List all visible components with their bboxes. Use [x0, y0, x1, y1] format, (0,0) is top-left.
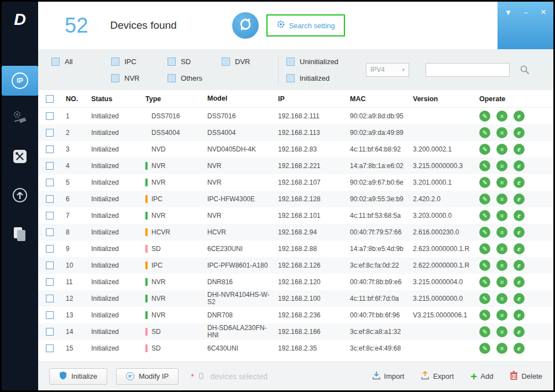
edit-icon[interactable]: ✎: [479, 127, 490, 138]
edit-icon[interactable]: ✎: [479, 194, 490, 205]
row-checkbox[interactable]: [46, 112, 54, 120]
edit-icon[interactable]: ✎: [479, 160, 490, 171]
row-checkbox[interactable]: [46, 262, 54, 269]
filter-ipc[interactable]: IPC: [111, 53, 167, 70]
edit-icon[interactable]: ✎: [479, 310, 490, 321]
edit-icon[interactable]: ✎: [479, 293, 490, 304]
row-checkbox[interactable]: [46, 328, 54, 336]
details-icon[interactable]: ≡: [496, 227, 507, 238]
details-icon[interactable]: ≡: [496, 111, 507, 122]
edit-icon[interactable]: ✎: [479, 243, 490, 254]
sidebar-item-device-search[interactable]: IP: [2, 66, 38, 96]
edit-icon[interactable]: ✎: [479, 343, 490, 354]
edit-icon[interactable]: ✎: [479, 144, 490, 155]
web-login-icon[interactable]: e: [514, 243, 525, 254]
delete-button[interactable]: Delete: [510, 371, 542, 381]
row-checkbox[interactable]: [46, 278, 54, 286]
details-icon[interactable]: ≡: [496, 243, 507, 254]
web-login-icon[interactable]: e: [514, 343, 525, 354]
checkbox-nvr[interactable]: [111, 74, 119, 82]
checkbox-sd[interactable]: [167, 58, 176, 66]
menu-dropdown-icon[interactable]: ▼: [505, 8, 512, 49]
row-checkbox[interactable]: [46, 228, 54, 236]
details-icon[interactable]: ≡: [496, 210, 507, 221]
refresh-button[interactable]: [232, 12, 259, 39]
row-checkbox[interactable]: [46, 129, 54, 137]
sidebar-item-upgrade[interactable]: [2, 183, 38, 210]
row-checkbox[interactable]: [46, 212, 54, 219]
row-checkbox[interactable]: [46, 245, 54, 253]
ip-version-select[interactable]: IPV4 ▾: [366, 63, 409, 77]
row-checkbox[interactable]: [46, 162, 54, 170]
add-button[interactable]: + Add: [470, 372, 493, 381]
web-login-icon[interactable]: e: [514, 310, 525, 321]
filter-nvr[interactable]: NVR: [111, 70, 167, 86]
export-button[interactable]: Export: [421, 371, 454, 381]
details-icon[interactable]: ≡: [496, 260, 507, 271]
filter-initialized[interactable]: Initialized: [286, 70, 357, 86]
row-checkbox[interactable]: [46, 145, 54, 153]
filter-all[interactable]: All: [51, 53, 111, 70]
edit-icon[interactable]: ✎: [479, 276, 490, 288]
web-login-icon[interactable]: e: [514, 144, 525, 155]
filter-others[interactable]: Others: [167, 70, 222, 86]
edit-icon[interactable]: ✎: [479, 177, 490, 188]
modify-ip-button[interactable]: IP Modify IP: [116, 368, 179, 385]
filter-dvr[interactable]: DVR: [222, 53, 270, 70]
search-input[interactable]: [426, 63, 510, 77]
import-button[interactable]: Import: [372, 371, 405, 381]
details-icon[interactable]: ≡: [496, 343, 507, 354]
details-icon[interactable]: ≡: [496, 177, 507, 188]
checkbox-all[interactable]: [51, 58, 60, 66]
checkbox-dvr[interactable]: [222, 58, 230, 66]
web-login-icon[interactable]: e: [514, 160, 525, 171]
checkbox-others[interactable]: [167, 74, 176, 82]
row-checkbox[interactable]: [46, 195, 54, 203]
web-login-icon[interactable]: e: [514, 210, 525, 221]
edit-icon[interactable]: ✎: [479, 227, 490, 238]
checkbox-initialized[interactable]: [286, 74, 295, 82]
details-icon[interactable]: ≡: [496, 310, 507, 321]
select-all-checkbox[interactable]: [46, 95, 54, 103]
web-login-icon[interactable]: e: [514, 111, 525, 122]
details-icon[interactable]: ≡: [496, 293, 507, 304]
row-version: 3.201.0000.1: [413, 179, 479, 186]
row-checkbox[interactable]: [46, 295, 54, 302]
web-login-icon[interactable]: e: [514, 293, 525, 304]
edit-icon[interactable]: ✎: [479, 260, 490, 271]
edit-icon[interactable]: ✎: [479, 111, 490, 122]
row-checkbox[interactable]: [46, 311, 54, 319]
search-icon[interactable]: [520, 65, 530, 75]
details-icon[interactable]: ≡: [496, 144, 507, 155]
sidebar-item-device-config[interactable]: [2, 106, 38, 132]
details-icon[interactable]: ≡: [496, 194, 507, 205]
web-login-icon[interactable]: e: [514, 260, 525, 271]
web-login-icon[interactable]: e: [514, 127, 525, 138]
details-icon[interactable]: ≡: [496, 127, 507, 138]
minimize-button[interactable]: –: [524, 8, 528, 49]
close-button[interactable]: ×: [541, 8, 546, 49]
initialize-button[interactable]: Initialize: [49, 368, 107, 385]
edit-icon[interactable]: ✎: [479, 210, 490, 221]
sidebar-item-logs[interactable]: [2, 222, 38, 248]
web-login-icon[interactable]: e: [514, 326, 525, 337]
filter-sd[interactable]: SD: [167, 53, 222, 70]
checkbox-ipc[interactable]: [111, 58, 119, 66]
details-icon[interactable]: ≡: [496, 276, 507, 288]
checkbox-uninitialized[interactable]: [286, 58, 295, 66]
row-no: 14: [66, 328, 91, 336]
main-panel: 52 Devices found: [38, 2, 553, 390]
filter-uninitialized[interactable]: Uninitialized: [286, 53, 357, 70]
row-checkbox[interactable]: [46, 344, 54, 352]
details-icon[interactable]: ≡: [496, 326, 507, 337]
web-login-icon[interactable]: e: [514, 276, 525, 288]
web-login-icon[interactable]: e: [514, 177, 525, 188]
web-login-icon[interactable]: e: [514, 227, 525, 238]
search-setting-button[interactable]: Search setting: [266, 14, 345, 36]
edit-icon[interactable]: ✎: [479, 326, 490, 337]
web-login-icon[interactable]: e: [514, 194, 525, 205]
sidebar-item-system-settings[interactable]: [2, 144, 38, 171]
type-color-bar: [145, 295, 148, 302]
details-icon[interactable]: ≡: [496, 160, 507, 171]
row-checkbox[interactable]: [46, 179, 54, 186]
